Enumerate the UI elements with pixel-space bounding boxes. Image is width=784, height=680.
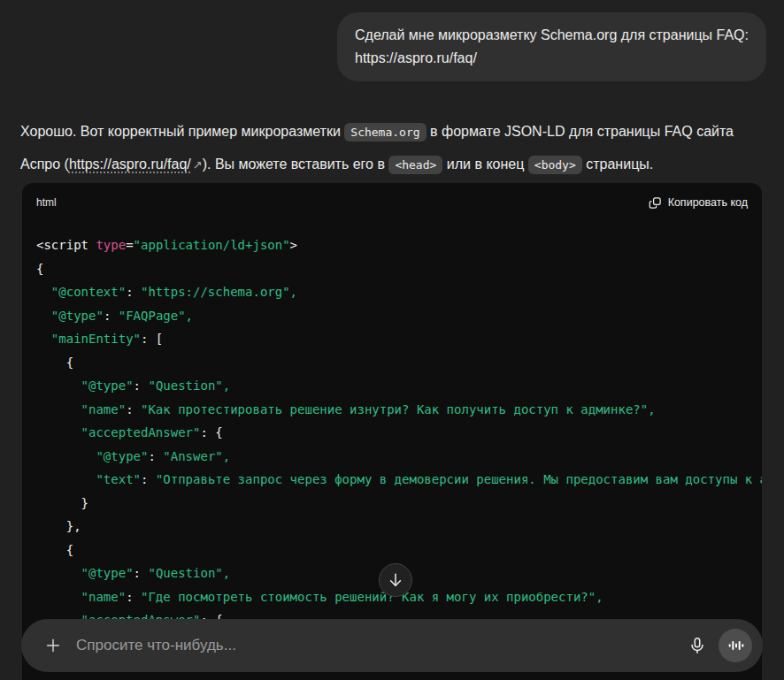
assistant-text-part4: или в конец [442,157,527,172]
inline-code-head-tag: <head> [388,156,442,174]
code-line: { [36,351,748,375]
copy-code-label: Копировать код [668,196,748,209]
assistant-text-part3: ). Вы можете вставить его в [203,157,389,172]
code-line: "@type": "FAQPage", [36,304,748,328]
composer-bar [21,619,763,672]
copy-icon [649,196,662,210]
code-line: "text": "Отправьте запрос через форму в … [36,468,748,492]
code-line: }, [36,515,748,539]
assistant-message: Хорошо. Вот корректный пример микроразме… [20,116,765,181]
assistant-text-part1: Хорошо. Вот корректный пример микроразме… [20,124,344,139]
copy-code-button[interactable]: Копировать код [649,196,748,210]
code-language-label: html [36,196,57,209]
code-line: { [36,539,748,562]
code-line: "@type": "Answer", [36,445,748,469]
faq-page-link[interactable]: https://aspro.ru/faq/ [69,157,191,172]
assistant-text-part5: страницы. [582,157,653,172]
inline-code-schema-org: Schema.org [344,123,426,141]
external-link-icon: ↗ [191,158,203,172]
code-line: "@type": "Question", [36,374,748,398]
inline-code-body-tag: <body> [528,156,582,174]
code-block: html Копировать код <script type="applic… [22,183,762,680]
arrow-down-icon [387,571,404,589]
attach-plus-button[interactable] [37,630,69,661]
code-line: } [36,492,748,516]
microphone-icon [688,636,707,655]
code-line: <script type="application/ld+json"> [36,233,748,257]
code-line: "mainEntity": [ [36,327,748,351]
voice-mode-button[interactable] [719,629,752,662]
user-message-bubble: Сделай мне микроразметку Schema.org для … [337,12,766,81]
microphone-button[interactable] [681,630,713,661]
waveform-icon [726,637,744,654]
code-line: "@context": "https://schema.org", [36,280,748,304]
code-line: "name": "Как протестировать решение изну… [36,398,748,422]
code-line: "acceptedAnswer": { [36,421,748,445]
message-input[interactable] [76,637,681,654]
code-line: { [36,257,748,281]
plus-icon [43,636,63,655]
code-block-header: html Копировать код [22,183,762,222]
scroll-down-button[interactable] [379,563,412,597]
